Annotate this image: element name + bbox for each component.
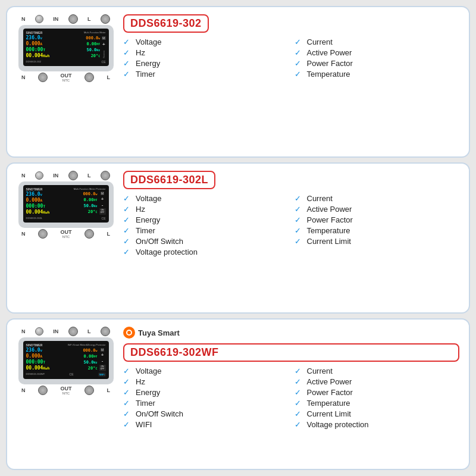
- feature-item: ✓Current: [295, 367, 460, 375]
- device-illustration: N IN L SINOTIMER Multi-Function Meter Pr…: [17, 171, 115, 239]
- feature-item: ✓Temperature: [295, 226, 460, 235]
- feature-item: ✓Current: [295, 37, 460, 46]
- check-icon: ✓: [295, 215, 304, 224]
- feature-item: ✓Active Power: [295, 377, 460, 386]
- feature-item: ✓Hz: [123, 205, 289, 214]
- product-header: DDS6619-302: [123, 14, 459, 33]
- features-section: DDS6619-302L✓Voltage✓Current✓Hz✓Active P…: [123, 171, 459, 256]
- card-top: N IN L SINOTIMER Multi-Function Meter 23…: [17, 14, 459, 149]
- feature-label: Hz: [136, 377, 145, 386]
- check-icon: ✓: [123, 237, 133, 246]
- check-icon: ✓: [295, 205, 304, 214]
- feature-label: On/Off Switch: [136, 409, 183, 418]
- product-card-dds6619-302wf: N IN L SINOTIMER WiFi Smart Meter&Energy…: [6, 318, 470, 470]
- feature-label: Voltage: [136, 367, 161, 375]
- check-icon: ✓: [295, 377, 304, 386]
- check-icon: ✓: [123, 420, 133, 429]
- product-header: Tuya Smart: [123, 327, 459, 339]
- feature-label: Active Power: [307, 205, 352, 214]
- feature-label: Current Limit: [307, 409, 351, 418]
- feature-label: On/Off Switch: [136, 237, 183, 246]
- features-grid: ✓Voltage✓Current✓Hz✓Active Power✓Energy✓…: [123, 194, 459, 256]
- feature-label: Active Power: [307, 48, 352, 57]
- feature-item: ✓Voltage protection: [123, 248, 289, 256]
- card-top: N IN L SINOTIMER Multi-Function Meter Pr…: [17, 171, 459, 306]
- check-icon: ✓: [123, 70, 133, 79]
- feature-label: Energy: [136, 215, 160, 224]
- feature-item: ✓Temperature: [295, 70, 460, 79]
- product-card-dds6619-302l: N IN L SINOTIMER Multi-Function Meter Pr…: [6, 162, 470, 314]
- check-icon: ✓: [123, 37, 133, 46]
- feature-item: ✓Power Factor: [295, 215, 460, 224]
- feature-label: Voltage protection: [307, 420, 369, 429]
- check-icon: ✓: [295, 194, 304, 203]
- check-icon: ✓: [295, 420, 304, 429]
- check-icon: ✓: [123, 409, 133, 418]
- features-section: DDS6619-302✓Voltage✓Current✓Hz✓Active Po…: [123, 14, 459, 79]
- check-icon: ✓: [123, 215, 133, 224]
- check-icon: ✓: [295, 388, 304, 397]
- feature-label: Energy: [136, 388, 160, 397]
- feature-label: Current Limit: [307, 237, 351, 246]
- check-icon: ✓: [123, 388, 133, 397]
- feature-label: Timer: [136, 399, 155, 408]
- check-icon: ✓: [295, 70, 304, 79]
- check-icon: ✓: [295, 409, 304, 418]
- card-top: N IN L SINOTIMER WiFi Smart Meter&Energy…: [17, 327, 459, 462]
- model-badge: DDS6619-302WF: [123, 343, 459, 362]
- feature-item: ✓Current Limit: [295, 409, 460, 418]
- feature-label: Timer: [136, 70, 155, 79]
- check-icon: ✓: [123, 226, 133, 235]
- features-section: Tuya Smart DDS6619-302WF✓Voltage✓Current…: [123, 327, 459, 429]
- feature-label: Voltage: [136, 37, 161, 46]
- feature-label: Temperature: [307, 226, 350, 235]
- feature-item: ✓On/Off Switch: [123, 409, 289, 418]
- check-icon: ✓: [295, 367, 304, 375]
- product-card-dds6619-302: N IN L SINOTIMER Multi-Function Meter 23…: [6, 6, 470, 158]
- feature-label: Hz: [136, 205, 145, 214]
- model-badge: DDS6619-302: [123, 14, 209, 33]
- features-grid: ✓Voltage✓Current✓Hz✓Active Power✓Energy✓…: [123, 37, 459, 79]
- feature-label: WIFI: [136, 420, 152, 429]
- check-icon: ✓: [295, 37, 304, 46]
- feature-label: Current: [307, 194, 333, 203]
- feature-item: ✓Active Power: [295, 205, 460, 214]
- model-badge: DDS6619-302L: [123, 171, 215, 189]
- feature-label: Temperature: [307, 399, 350, 408]
- feature-label: Current: [307, 367, 333, 375]
- check-icon: ✓: [123, 194, 133, 203]
- feature-item: ✓Active Power: [295, 48, 460, 57]
- check-icon: ✓: [123, 48, 133, 57]
- feature-item: ✓Hz: [123, 48, 289, 57]
- check-icon: ✓: [123, 367, 133, 375]
- feature-label: Power Factor: [307, 59, 353, 68]
- feature-label: Energy: [136, 59, 160, 68]
- feature-item: ✓Voltage: [123, 194, 289, 203]
- feature-item: ✓Voltage protection: [295, 420, 460, 429]
- feature-label: Active Power: [307, 377, 352, 386]
- device-illustration: N IN L SINOTIMER Multi-Function Meter 23…: [17, 14, 115, 82]
- feature-item: ✓Temperature: [295, 399, 460, 408]
- tuya-badge: Tuya Smart: [123, 327, 180, 339]
- check-icon: ✓: [123, 399, 133, 408]
- feature-item: ✓Timer: [123, 399, 289, 408]
- feature-item: ✓Voltage: [123, 367, 289, 375]
- check-icon: ✓: [123, 205, 133, 214]
- feature-label: Temperature: [307, 70, 350, 79]
- feature-label: Voltage: [136, 194, 161, 203]
- feature-item: ✓Power Factor: [295, 388, 460, 397]
- feature-item: ✓Timer: [123, 70, 289, 79]
- feature-item: ✓WIFI: [123, 420, 289, 429]
- check-icon: ✓: [295, 226, 304, 235]
- check-icon: ✓: [295, 48, 304, 57]
- feature-item: ✓Energy: [123, 215, 289, 224]
- check-icon: ✓: [123, 59, 133, 68]
- main-page: N IN L SINOTIMER Multi-Function Meter 23…: [0, 0, 476, 476]
- feature-item: [295, 248, 460, 256]
- check-icon: ✓: [123, 377, 133, 386]
- feature-item: ✓Voltage: [123, 37, 289, 46]
- feature-label: Hz: [136, 48, 145, 57]
- feature-label: Current: [307, 37, 333, 46]
- feature-item: ✓Hz: [123, 377, 289, 386]
- feature-label: Timer: [136, 226, 155, 235]
